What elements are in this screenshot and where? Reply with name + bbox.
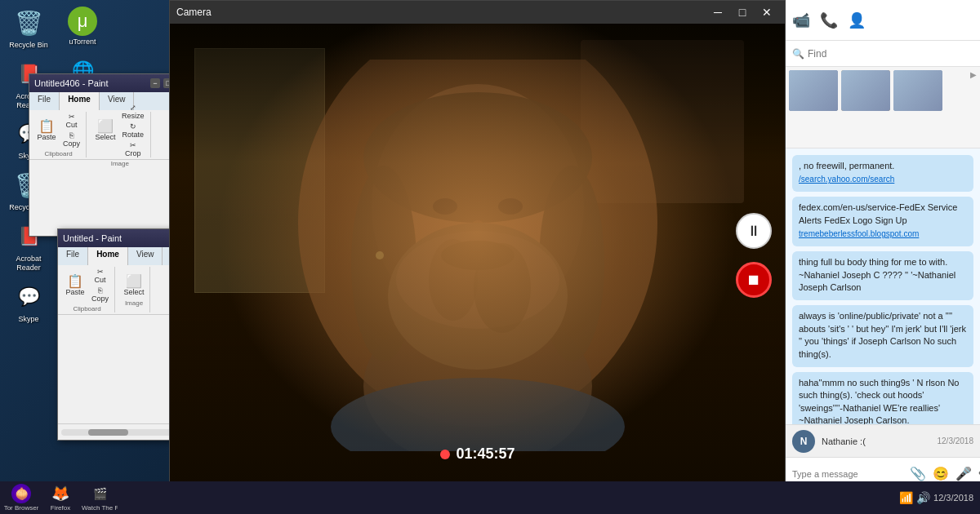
cut-btn-1[interactable]: ✂ Cut: [60, 112, 82, 130]
message-3: thing full bu body thing for me to with.…: [792, 251, 973, 300]
minimize-btn-1[interactable]: −: [150, 78, 160, 88]
desktop-icons-col1: 🗑️ Recycle Bin 📕 AcrobatReader 💬 Skype 🗑…: [0, 0, 57, 481]
thumbnail-1[interactable]: [789, 70, 838, 111]
scroll-indicator: ▶: [970, 70, 977, 79]
video-area: 01:45:57 ⏸ ⏹: [170, 24, 785, 487]
paint-title-1: Untitled406 - Paint: [34, 78, 109, 88]
header-icons: 📹 📞 👤: [792, 11, 866, 29]
paste-area-2: 📋 Paste ✂ Cut ⎘ Copy: [63, 267, 111, 304]
copy-btn-1[interactable]: ⎘ Copy: [60, 131, 82, 148]
message-4: always is 'online/public/private' not a …: [792, 305, 973, 367]
attach-icon[interactable]: 📎: [910, 466, 926, 481]
paint-ribbon-1: File Home View 📋 Paste ✂ Cut ⎘ Copy: [29, 92, 191, 160]
tray-volume-icon: 🔊: [916, 491, 930, 504]
paint-window-1: Untitled406 - Paint − □ ✕ File Home View…: [29, 73, 192, 237]
pause-button[interactable]: ⏸: [736, 213, 772, 249]
camera-titlebar: Camera ─ □ ✕: [170, 1, 785, 24]
message-content: , no freewill, permanent. /search.yahoo.…: [786, 148, 980, 424]
resize-btn-1[interactable]: ⤢ Resize: [119, 103, 147, 121]
thumbnail-2[interactable]: [841, 70, 890, 111]
record-dot: [439, 450, 449, 459]
emoji-icon[interactable]: 😊: [933, 466, 949, 481]
thumbnail-list: ▶: [789, 70, 977, 144]
camera-minimize-btn[interactable]: ─: [706, 1, 729, 24]
rotate-btn-1[interactable]: ↻ Rotate: [119, 122, 147, 140]
select-btn-2[interactable]: ⬜ Select: [122, 273, 146, 298]
message-2: fedex.com/en-us/service-FedEx Service Al…: [792, 197, 973, 246]
message-input[interactable]: [792, 469, 905, 479]
taskbar-icons: 🧅 Tor Browser 🦊 Firefox 🎬 Watch The Red …: [0, 481, 121, 514]
taskbar-watch-pill[interactable]: 🎬 Watch The Red Pill 20...: [82, 481, 118, 514]
video-feed: 01:45:57 ⏸ ⏹: [170, 24, 785, 487]
camera-title: Camera: [176, 7, 212, 18]
paste-btn-1[interactable]: 📋 Paste: [34, 118, 59, 143]
copy-btn-2[interactable]: ⎘ Copy: [89, 286, 111, 304]
search-icon: 🔍: [792, 48, 804, 60]
utorrent-icon-1[interactable]: μ uTorrent: [56, 3, 109, 50]
tray-network-icon: 📶: [899, 491, 913, 504]
cut-btn-2[interactable]: ✂ Cut: [89, 267, 111, 285]
thumbnails-strip: ▶: [786, 67, 980, 148]
desktop: 🗑️ Recycle Bin 📕 AcrobatReader 💬 Skype 🗑…: [0, 0, 980, 514]
image-group-1: ⬜ Select ⤢ Resize ↻ Rotate ✂ Crop Image: [90, 112, 151, 157]
stop-button[interactable]: ⏹: [736, 262, 772, 298]
skype-icon-2[interactable]: 💬 Skype: [2, 277, 56, 327]
user-avatar: N: [792, 430, 815, 453]
file-tab-1[interactable]: File: [29, 92, 60, 110]
input-icons: 📎 😊 🎤 •••: [910, 466, 980, 481]
right-panel: 📹 📞 👤 🔍 ▶ , no freewill, permanent. /sea: [786, 0, 980, 490]
camera-window-controls: ─ □ ✕: [706, 1, 778, 24]
home-tab-2[interactable]: Home: [88, 247, 128, 265]
recycle-bin-icon-1[interactable]: 🗑️ Recycle Bin: [2, 3, 56, 53]
profile-icon[interactable]: 👤: [848, 11, 866, 29]
timer-display: 01:45:57: [456, 445, 514, 463]
message-5: haha''mmm no such thing9s ' N rlson No s…: [792, 372, 973, 424]
video-call-icon[interactable]: 📹: [792, 11, 810, 29]
taskbar-tor-browser[interactable]: 🧅 Tor Browser: [3, 481, 39, 514]
clock: 12/3/2018: [933, 493, 973, 503]
select-btn-1[interactable]: ⬜ Select: [93, 118, 118, 143]
thumbnail-3[interactable]: [893, 70, 942, 111]
system-tray: 📶 🔊 12/3/2018: [899, 491, 980, 504]
scrollbar-thumb[interactable]: [88, 429, 128, 436]
camera-window: Camera ─ □ ✕: [169, 0, 786, 488]
ribbon-content-1: 📋 Paste ✂ Cut ⎘ Copy Clipboard ⬜: [29, 110, 191, 159]
crop-btn-1[interactable]: ✂ Crop: [119, 140, 147, 158]
paint-title-2: Untitled - Paint: [63, 233, 122, 243]
taskbar: 🧅 Tor Browser 🦊 Firefox 🎬 Watch The Red …: [0, 481, 980, 514]
file-tab-2[interactable]: File: [58, 247, 88, 265]
camera-close-btn[interactable]: ✕: [755, 1, 778, 24]
phone-call-icon[interactable]: 📞: [820, 11, 838, 29]
mic-icon[interactable]: 🎤: [956, 466, 972, 481]
paint-titlebar-1: Untitled406 - Paint − □ ✕: [29, 74, 191, 92]
user-bar: N Nathanie :( 12/3/2018: [786, 424, 980, 457]
message-header: 📹 📞 👤: [786, 0, 980, 41]
clipboard-group-2: 📋 Paste ✂ Cut ⎘ Copy Clipboard: [60, 267, 115, 312]
view-tab-2[interactable]: View: [128, 247, 163, 265]
message-date: 12/3/2018: [938, 436, 974, 445]
record-indicator: 01:45:57: [439, 445, 514, 463]
taskbar-firefox[interactable]: 🦊 Firefox: [42, 481, 78, 514]
image-group-2: ⬜ Select Image: [118, 267, 150, 312]
clipboard-group-1: 📋 Paste ✂ Cut ⎘ Copy Clipboard: [31, 112, 87, 157]
image-btns-1: ⬜ Select ⤢ Resize ↻ Rotate ✂ Crop: [93, 103, 147, 158]
search-bar: 🔍: [786, 41, 980, 67]
camera-maximize-btn[interactable]: □: [731, 1, 754, 24]
camera-overlay: [170, 24, 785, 487]
paste-area-1: 📋 Paste ✂ Cut ⎘ Copy: [34, 112, 82, 148]
search-input[interactable]: [808, 48, 973, 60]
message-1: , no freewill, permanent. /search.yahoo.…: [792, 155, 973, 192]
image-btns-2: ⬜ Select: [122, 273, 146, 298]
paste-btn-2[interactable]: 📋 Paste: [63, 273, 87, 298]
user-name: Nathanie :(: [822, 436, 931, 446]
camera-action-buttons: ⏸ ⏹: [736, 213, 772, 298]
